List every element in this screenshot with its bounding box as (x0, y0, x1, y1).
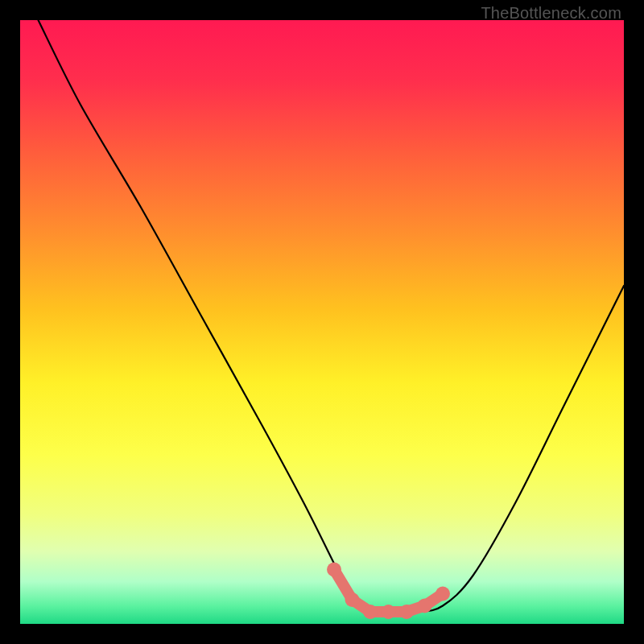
dot-right (436, 587, 450, 601)
dot-e (418, 599, 432, 613)
dot-c (382, 605, 396, 619)
dot-left (327, 563, 341, 577)
dot-d (399, 605, 414, 619)
dot-a (345, 592, 360, 607)
chart-svg (20, 20, 624, 624)
bottleneck-curve (39, 20, 625, 613)
dot-b (363, 605, 378, 619)
chart-plot-area (20, 20, 624, 624)
